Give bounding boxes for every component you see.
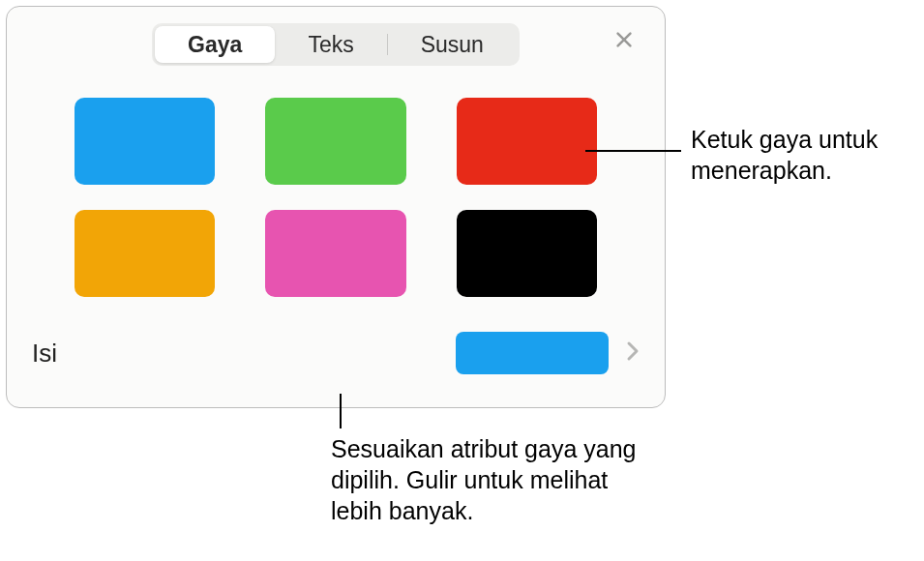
close-icon (613, 29, 635, 54)
style-swatch[interactable] (75, 210, 215, 297)
style-swatch[interactable] (457, 98, 597, 185)
style-swatch[interactable] (457, 210, 597, 297)
style-swatch-grid (7, 69, 665, 314)
style-swatch[interactable] (265, 98, 405, 185)
tab-text-label: Teks (308, 32, 353, 58)
tab-arrange[interactable]: Susun (388, 26, 517, 63)
close-button[interactable] (611, 28, 638, 55)
fill-row[interactable]: Isi (7, 314, 665, 374)
chevron-right-icon (626, 340, 640, 367)
format-inspector-panel: Gaya Teks Susun Isi (6, 6, 666, 408)
tab-arrange-label: Susun (421, 32, 484, 58)
fill-right-group (456, 332, 640, 374)
callout-adjust-attributes: Sesuaikan atribut gaya yang dipilih. Gul… (331, 433, 641, 526)
tab-style-label: Gaya (188, 32, 242, 58)
callout-connector (585, 150, 681, 152)
fill-disclosure[interactable] (626, 340, 640, 367)
style-swatch[interactable] (265, 210, 405, 297)
fill-color-swatch[interactable] (456, 332, 609, 374)
fill-label: Isi (32, 339, 57, 369)
panel-header: Gaya Teks Susun (7, 7, 665, 69)
callout-connector (340, 394, 342, 428)
tab-text[interactable]: Teks (275, 26, 386, 63)
tab-style[interactable]: Gaya (155, 26, 275, 63)
callout-apply-style: Ketuk gaya untuk menerapkan. (691, 124, 913, 186)
tab-segmented-control: Gaya Teks Susun (152, 23, 520, 66)
style-swatch[interactable] (75, 98, 215, 185)
